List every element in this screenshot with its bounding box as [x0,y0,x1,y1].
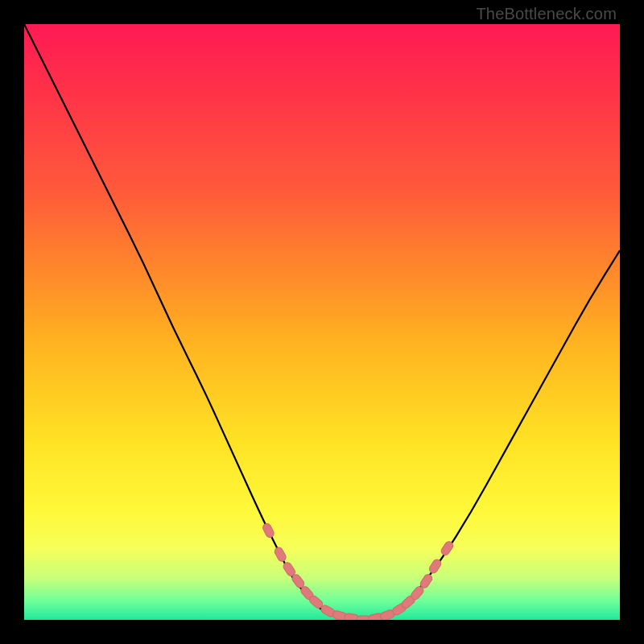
plot-area [24,24,620,620]
watermark-text: TheBottleneck.com [476,5,617,23]
marker-group [262,522,455,620]
curve-marker [274,546,287,563]
curve-marker [262,522,275,539]
bottleneck-curve-svg [24,24,620,620]
curve-path [24,24,620,620]
chart-frame: TheBottleneck.com [0,0,644,644]
